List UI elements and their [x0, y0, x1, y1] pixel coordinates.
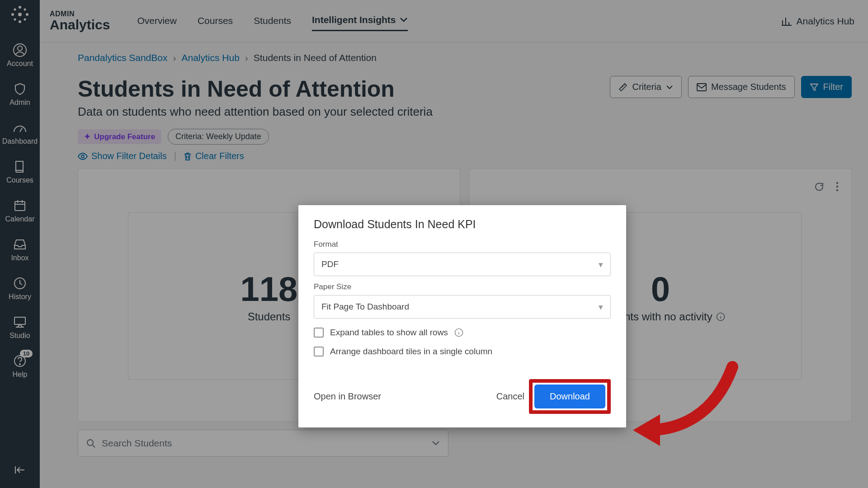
- download-button[interactable]: Download: [534, 385, 605, 408]
- download-highlight: Download: [529, 379, 611, 414]
- triangle-down-icon: ▾: [599, 302, 603, 312]
- open-in-browser-button[interactable]: Open in Browser: [314, 391, 381, 402]
- format-label: Format: [314, 240, 611, 249]
- download-modal: Download Students In Need KPI Format PDF…: [298, 205, 626, 427]
- info-icon[interactable]: [454, 328, 463, 337]
- cancel-button[interactable]: Cancel: [496, 391, 524, 402]
- checkbox-icon: [314, 347, 324, 357]
- paper-size-select[interactable]: Fit Page To Dashboard ▾: [314, 295, 611, 319]
- checkbox-icon: [314, 328, 324, 338]
- modal-title: Download Students In Need KPI: [314, 218, 611, 231]
- paper-size-label: Paper Size: [314, 282, 611, 291]
- expand-tables-checkbox[interactable]: Expand tables to show all rows: [314, 328, 611, 338]
- single-column-checkbox[interactable]: Arrange dashboard tiles in a single colu…: [314, 347, 611, 357]
- triangle-down-icon: ▾: [599, 259, 603, 270]
- format-select[interactable]: PDF ▾: [314, 253, 611, 276]
